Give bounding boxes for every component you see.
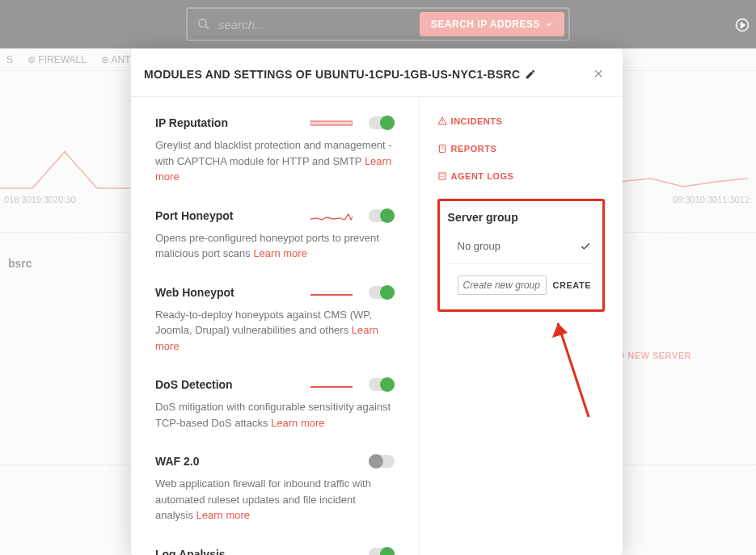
module-toggle[interactable] [369, 548, 395, 556]
module-toggle[interactable] [369, 455, 395, 468]
nav-link-incidents[interactable]: INCIDENTS [437, 116, 605, 126]
server-group-current-row[interactable]: No group [448, 235, 591, 264]
create-group-button[interactable]: CREATE [553, 280, 591, 290]
close-icon[interactable]: × [593, 65, 603, 83]
module-toggle[interactable] [369, 209, 395, 222]
module-description: DoS mitigation with configurable sensiti… [155, 399, 395, 431]
sparkline-icon [310, 456, 353, 467]
sparkline-icon [310, 117, 353, 128]
learn-more-link[interactable]: Learn more [253, 247, 306, 259]
module-name: WAF 2.0 [155, 455, 199, 468]
nav-link-reports[interactable]: REPORTS [437, 144, 605, 153]
module-item: IP Reputation Greylist and blacklist pro… [155, 116, 395, 185]
sparkline-icon [310, 379, 353, 390]
module-toggle[interactable] [369, 378, 395, 391]
learn-more-link[interactable]: Learn more [196, 509, 250, 521]
module-item: Log Analysis [155, 548, 395, 556]
server-group-box: Server group No group CREATE [437, 199, 605, 312]
module-item: WAF 2.0 Web application firewall for inb… [155, 455, 395, 523]
module-item: Web Honeypot Ready-to-deploy honeypots a… [155, 286, 395, 355]
module-description: Web application firewall for inbound tra… [155, 476, 395, 523]
module-toggle[interactable] [369, 286, 395, 299]
module-item: Port Honeypot Opens pre-configured honey… [155, 209, 395, 262]
module-description: Greylist and blacklist protection and ma… [155, 137, 395, 185]
edit-icon[interactable] [525, 69, 536, 80]
module-name: Log Analysis [155, 548, 226, 556]
create-group-row: CREATE [448, 275, 591, 295]
svg-rect-4 [310, 121, 353, 125]
learn-more-link[interactable]: Learn more [155, 155, 391, 183]
modal-title: MODULES AND SETTINGS OF UBUNTU-1CPU-1GB-… [144, 68, 536, 81]
annotation-arrow [550, 313, 598, 427]
server-group-current: No group [458, 240, 500, 252]
doc-icon [437, 144, 447, 153]
learn-more-link[interactable]: Learn more [155, 324, 378, 352]
create-group-input[interactable] [458, 275, 547, 295]
server-group-title: Server group [448, 211, 591, 224]
module-name: Port Honeypot [155, 209, 233, 222]
module-name: IP Reputation [155, 116, 228, 129]
module-description: Ready-to-deploy honeypots against CMS (W… [155, 307, 395, 355]
check-icon [580, 241, 591, 252]
module-item: DoS Detection DoS mitigation with config… [155, 378, 395, 431]
module-name: DoS Detection [155, 378, 233, 391]
warning-icon [437, 116, 447, 126]
sparkline-icon [310, 287, 353, 298]
sparkline-icon [310, 210, 353, 221]
modules-settings-modal: MODULES AND SETTINGS OF UBUNTU-1CPU-1GB-… [131, 48, 623, 555]
svg-rect-11 [439, 173, 446, 179]
modal-header: MODULES AND SETTINGS OF UBUNTU-1CPU-1GB-… [131, 48, 623, 97]
module-toggle[interactable] [369, 116, 395, 129]
nav-link-agent-logs[interactable]: AGENT LOGS [437, 171, 605, 181]
module-description: Opens pre-configured honeypot ports to p… [155, 230, 395, 262]
learn-more-link[interactable]: Learn more [271, 417, 324, 429]
svg-marker-15 [552, 323, 568, 338]
list-icon [437, 171, 447, 181]
module-name: Web Honeypot [155, 286, 234, 299]
svg-line-14 [558, 323, 589, 417]
modules-list: IP Reputation Greylist and blacklist pro… [131, 97, 420, 555]
sparkline-icon [310, 549, 353, 556]
